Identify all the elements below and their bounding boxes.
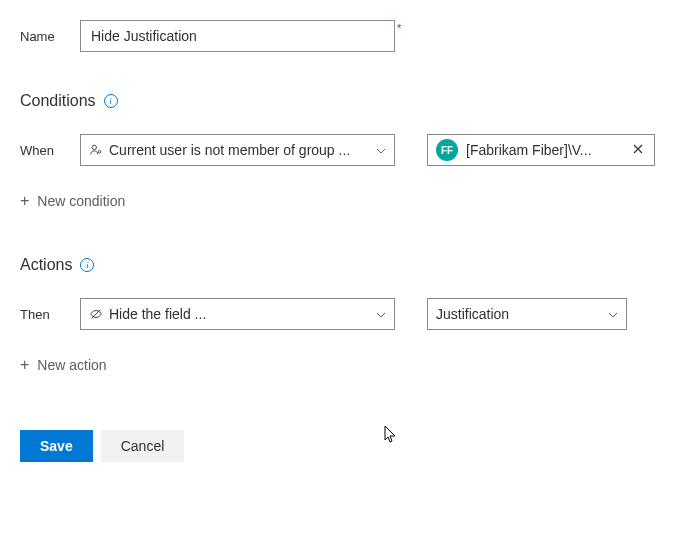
conditions-heading: Conditions bbox=[20, 92, 96, 110]
info-icon[interactable]: i bbox=[104, 94, 118, 108]
when-dropdown-text: Current user is not member of group ... bbox=[109, 142, 368, 158]
then-dropdown-text: Hide the field ... bbox=[109, 306, 368, 322]
new-action-button[interactable]: + New action bbox=[20, 350, 680, 380]
close-icon[interactable] bbox=[630, 142, 646, 158]
when-dropdown[interactable]: Current user is not member of group ... bbox=[80, 134, 395, 166]
group-avatar: FF bbox=[436, 139, 458, 161]
actions-header: Actions i bbox=[20, 256, 680, 274]
field-dropdown-text: Justification bbox=[436, 306, 600, 322]
required-indicator: * bbox=[397, 22, 401, 34]
when-label: When bbox=[20, 143, 80, 158]
new-condition-button[interactable]: + New condition bbox=[20, 186, 680, 216]
plus-icon: + bbox=[20, 356, 29, 374]
conditions-header: Conditions i bbox=[20, 92, 680, 110]
condition-row: When Current user is not member of group… bbox=[20, 134, 680, 166]
info-icon[interactable]: i bbox=[80, 258, 94, 272]
new-condition-label: New condition bbox=[37, 193, 125, 209]
then-dropdown[interactable]: Hide the field ... bbox=[80, 298, 395, 330]
field-dropdown[interactable]: Justification bbox=[427, 298, 627, 330]
name-row: Name * bbox=[20, 20, 680, 52]
name-label: Name bbox=[20, 29, 80, 44]
save-button[interactable]: Save bbox=[20, 430, 93, 462]
cancel-button[interactable]: Cancel bbox=[101, 430, 185, 462]
chevron-down-icon bbox=[608, 309, 618, 320]
svg-point-1 bbox=[98, 150, 101, 153]
action-row: Then Hide the field ... Justification bbox=[20, 298, 680, 330]
actions-heading: Actions bbox=[20, 256, 72, 274]
then-label: Then bbox=[20, 307, 80, 322]
group-chip[interactable]: FF [Fabrikam Fiber]\V... bbox=[427, 134, 655, 166]
new-action-label: New action bbox=[37, 357, 106, 373]
footer: Save Cancel bbox=[20, 430, 680, 462]
name-input[interactable] bbox=[80, 20, 395, 52]
svg-point-0 bbox=[92, 145, 96, 149]
user-group-icon bbox=[89, 143, 103, 157]
plus-icon: + bbox=[20, 192, 29, 210]
group-chip-text: [Fabrikam Fiber]\V... bbox=[466, 142, 622, 158]
chevron-down-icon bbox=[376, 145, 386, 156]
hide-icon bbox=[89, 307, 103, 321]
chevron-down-icon bbox=[376, 309, 386, 320]
